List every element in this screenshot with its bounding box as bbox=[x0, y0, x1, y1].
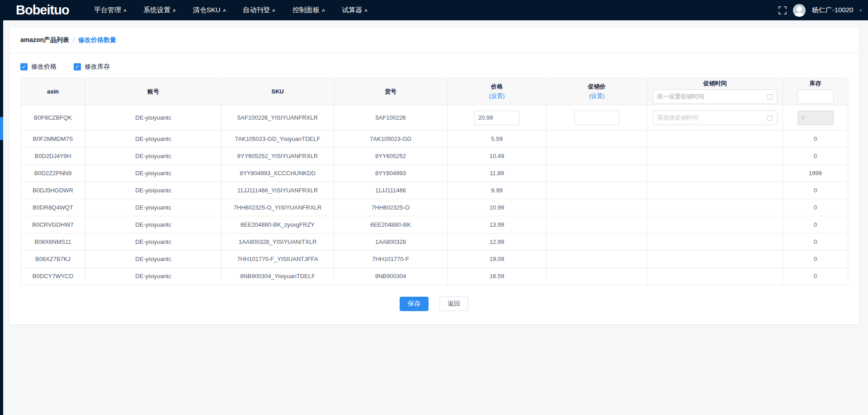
promo-time-placeholder: 统一设置促销时间 bbox=[657, 93, 704, 101]
header-stock: 库存 bbox=[783, 78, 848, 105]
modify-stock-checkbox[interactable]: ✓ 修改库存 bbox=[74, 63, 110, 71]
header-price-label: 价格 bbox=[448, 83, 546, 91]
cell-item-no: 5AF100226 bbox=[334, 105, 448, 131]
cell-asin: B08X6NMS11 bbox=[21, 233, 85, 251]
cell-asin: B0DCY7WYCD bbox=[21, 268, 85, 285]
promo-price-input[interactable] bbox=[574, 111, 619, 125]
save-button[interactable]: 保存 bbox=[400, 297, 429, 311]
cell-promo-price bbox=[547, 182, 647, 199]
cell-item-no: 8YY605252 bbox=[334, 148, 448, 165]
action-buttons: 保存 返回 bbox=[9, 285, 859, 311]
menu-item-platform[interactable]: 平台管理 ∧ bbox=[85, 0, 135, 20]
cell-item-no: 7HH101770-F bbox=[334, 251, 448, 268]
cell-price bbox=[448, 105, 547, 131]
cell-item-no: 6EE204880-BK bbox=[334, 216, 448, 233]
top-navbar: Bobeituo 平台管理 ∧ 系统设置 ∧ 清仓SKU ∧ 自动刊登 ∧ 控制… bbox=[0, 0, 868, 20]
cell-promo-time bbox=[647, 148, 783, 165]
table-row: B08XZ7B7KJDE-yisiyuantc7HH101770-F_YISIU… bbox=[21, 251, 848, 268]
cell-item-no: 7AK105023-GD bbox=[334, 131, 448, 148]
cell-account: DE-yisiyuantc bbox=[85, 182, 222, 199]
batch-promo-time-input[interactable]: 统一设置促销时间 bbox=[653, 89, 778, 104]
chevron-up-icon: ∧ bbox=[364, 8, 368, 13]
cell-account: DE-yisiyuantc bbox=[85, 165, 222, 182]
checkbox-checked-icon: ✓ bbox=[20, 63, 28, 70]
promo-time-input[interactable]: 请选择促销时间 bbox=[653, 111, 778, 125]
cell-sku: 8YY804993_XCCCHUNKDD bbox=[222, 165, 334, 182]
chevron-up-icon: ∧ bbox=[123, 8, 127, 13]
cell-sku: 6EE204880-BK_zysxgFRZY bbox=[222, 216, 334, 233]
chevron-up-icon: ∧ bbox=[172, 8, 176, 13]
cell-account: DE-yisiyuantc bbox=[85, 268, 222, 285]
fullscreen-icon[interactable] bbox=[778, 6, 787, 14]
content-card: amazon产品列表 / 修改价格数量 ✓ 修改价格 ✓ 修改库存 asin bbox=[9, 28, 859, 324]
cell-price: 13.99 bbox=[448, 216, 547, 233]
collapsed-sidebar[interactable] bbox=[0, 20, 3, 415]
cell-promo-time bbox=[647, 199, 783, 216]
cell-price: 9.99 bbox=[448, 182, 547, 199]
cell-promo-time: 请选择促销时间 bbox=[647, 105, 783, 131]
cell-promo-price bbox=[547, 251, 647, 268]
price-set-link[interactable]: (设置) bbox=[489, 92, 505, 100]
cell-item-no: 11JJ111466 bbox=[334, 182, 448, 199]
menu-item-clearance-sku[interactable]: 清仓SKU ∧ bbox=[184, 0, 234, 20]
cell-promo-time bbox=[647, 182, 783, 199]
cell-asin: B0D2DJ4Y9H bbox=[21, 148, 85, 165]
calendar-icon bbox=[767, 115, 773, 121]
cell-stock: 0 bbox=[783, 268, 848, 285]
cell-stock: 0 bbox=[783, 216, 848, 233]
chevron-down-icon[interactable]: ▾ bbox=[859, 8, 862, 13]
user-name[interactable]: 杨仁广-10020 bbox=[812, 6, 854, 14]
cell-promo-price bbox=[547, 216, 647, 233]
user-avatar[interactable] bbox=[793, 4, 806, 17]
menu-item-control-panel[interactable]: 控制面板 ∧ bbox=[284, 0, 334, 20]
cell-item-no: 8YY804993 bbox=[334, 165, 448, 182]
table-row: B0DR8Q4WQTDE-yisiyuantc7HH602325-O_YISIY… bbox=[21, 199, 848, 216]
cell-promo-price bbox=[547, 233, 647, 251]
header-promo-price: 促销价 (设置) bbox=[547, 78, 647, 105]
breadcrumb-parent[interactable]: amazon产品列表 bbox=[20, 36, 69, 44]
cell-promo-price bbox=[547, 148, 647, 165]
table-row: B0DCY7WYCDDE-yisiyuantc8NB900304_Yisiyua… bbox=[21, 268, 848, 285]
chevron-up-icon: ∧ bbox=[321, 8, 326, 13]
cell-account: DE-yisiyuantc bbox=[85, 233, 222, 251]
menu-item-auto-listing[interactable]: 自动刊登 ∧ bbox=[234, 0, 284, 20]
cell-asin: B08XZ7B7KJ bbox=[21, 251, 85, 268]
app-logo[interactable]: Bobeituo bbox=[16, 3, 69, 18]
cell-sku: 5AF100226_YISIYUANFRXLR bbox=[222, 105, 334, 131]
table-row: B0D2Z2PNN9DE-yisiyuantc8YY804993_XCCCHUN… bbox=[21, 165, 848, 182]
cell-asin: B0D2Z2PNN9 bbox=[21, 165, 85, 182]
menu-item-system-settings[interactable]: 系统设置 ∧ bbox=[135, 0, 184, 20]
cell-promo-time bbox=[647, 268, 783, 285]
table-row: B0F2MMDM7SDE-yisiyuantc7AK105023-GD_Yisi… bbox=[21, 131, 848, 148]
cell-account: DE-yisiyuantc bbox=[85, 251, 222, 268]
stock-input bbox=[797, 111, 834, 125]
product-table: asin 账号 SKU 货号 价格 (设置) 促销价 (设置) bbox=[20, 78, 848, 285]
header-account: 账号 bbox=[85, 78, 222, 105]
modify-stock-label: 修改库存 bbox=[85, 63, 110, 71]
main-menu: 平台管理 ∧ 系统设置 ∧ 清仓SKU ∧ 自动刊登 ∧ 控制面板 ∧ 试算器 … bbox=[85, 0, 376, 20]
price-input[interactable] bbox=[474, 111, 519, 125]
table-row: B08X6NMS11DE-yisiyuantc1AA800328_YISIYUA… bbox=[21, 233, 848, 251]
cell-sku: 11JJ111466_YISIYUANFRXLR bbox=[222, 182, 334, 199]
modify-price-checkbox[interactable]: ✓ 修改价格 bbox=[20, 63, 57, 71]
cell-sku: 8YY605252_YISIYUANFRXLR bbox=[222, 148, 334, 165]
header-promo-label: 促销价 bbox=[547, 83, 647, 91]
cell-price: 12.99 bbox=[448, 233, 547, 251]
cell-account: DE-yisiyuantc bbox=[85, 131, 222, 148]
cell-price: 5.59 bbox=[448, 131, 547, 148]
cell-promo-price bbox=[547, 199, 647, 216]
cell-promo-time bbox=[647, 131, 783, 148]
cell-sku: 7AK105023-GD_YisiyuanTDELF bbox=[222, 131, 334, 148]
cell-price: 10.99 bbox=[448, 199, 547, 216]
cell-asin: B0DJ5HGDWR bbox=[21, 182, 85, 199]
back-button[interactable]: 返回 bbox=[439, 297, 468, 311]
cell-account: DE-yisiyuantc bbox=[85, 216, 222, 233]
cell-promo-price bbox=[547, 105, 647, 131]
promo-set-link[interactable]: (设置) bbox=[589, 92, 605, 100]
batch-stock-input[interactable] bbox=[797, 89, 834, 104]
chevron-up-icon: ∧ bbox=[272, 8, 276, 13]
menu-item-calculator[interactable]: 试算器 ∧ bbox=[333, 0, 376, 20]
header-stock-label: 库存 bbox=[783, 79, 848, 88]
cell-account: DE-yisiyuantc bbox=[85, 199, 222, 216]
cell-stock: 0 bbox=[783, 251, 848, 268]
